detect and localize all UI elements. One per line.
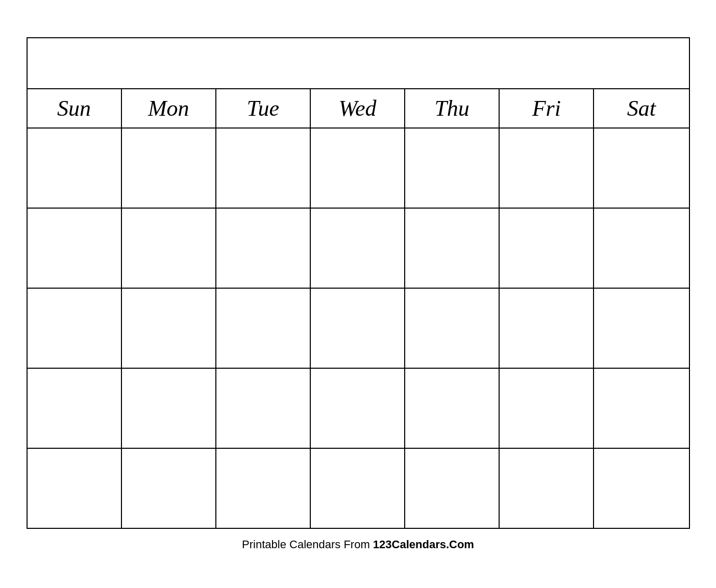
cell-r1-tue[interactable] [216,129,311,208]
cell-r2-tue[interactable] [216,209,311,288]
cell-r1-mon[interactable] [122,129,216,208]
calendar-body [28,129,689,528]
cell-r4-tue[interactable] [216,369,311,448]
header-sun: Sun [28,89,122,127]
header-fri: Fri [500,89,594,127]
cell-r5-fri[interactable] [500,449,594,528]
cell-r1-sun[interactable] [28,129,122,208]
cell-r5-thu[interactable] [405,449,500,528]
calendar-header-row: Sun Mon Tue Wed Thu Fri Sat [28,89,689,129]
cell-r2-mon[interactable] [122,209,216,288]
cell-r3-fri[interactable] [500,289,594,368]
footer-regular-text: Printable Calendars From [242,538,373,551]
cell-r3-sun[interactable] [28,289,122,368]
cell-r5-sat[interactable] [594,449,688,528]
header-thu: Thu [405,89,500,127]
cell-r1-wed[interactable] [311,129,405,208]
calendar-row-1 [28,129,689,209]
cell-r5-sun[interactable] [28,449,122,528]
header-tue: Tue [216,89,311,127]
cell-r4-mon[interactable] [122,369,216,448]
header-sat: Sat [594,89,688,127]
cell-r4-sun[interactable] [28,369,122,448]
cell-r1-fri[interactable] [500,129,594,208]
cell-r3-tue[interactable] [216,289,311,368]
cell-r2-sun[interactable] [28,209,122,288]
cell-r3-mon[interactable] [122,289,216,368]
cell-r3-sat[interactable] [594,289,688,368]
cell-r4-fri[interactable] [500,369,594,448]
calendar-row-5 [28,449,689,528]
cell-r2-fri[interactable] [500,209,594,288]
cell-r1-thu[interactable] [405,129,500,208]
calendar-container: Sun Mon Tue Wed Thu Fri Sat [27,37,690,529]
header-mon: Mon [122,89,216,127]
calendar-row-2 [28,209,689,289]
calendar-row-3 [28,289,689,369]
cell-r2-sat[interactable] [594,209,688,288]
cell-r1-sat[interactable] [594,129,688,208]
cell-r2-wed[interactable] [311,209,405,288]
calendar-title-area [28,38,689,89]
cell-r4-sat[interactable] [594,369,688,448]
cell-r5-wed[interactable] [311,449,405,528]
cell-r5-mon[interactable] [122,449,216,528]
footer-bold-text: 123Calendars.Com [373,538,474,551]
header-wed: Wed [311,89,405,127]
cell-r3-wed[interactable] [311,289,405,368]
cell-r5-tue[interactable] [216,449,311,528]
cell-r4-thu[interactable] [405,369,500,448]
cell-r2-thu[interactable] [405,209,500,288]
cell-r3-thu[interactable] [405,289,500,368]
calendar-row-4 [28,369,689,449]
footer: Printable Calendars From 123Calendars.Co… [242,538,474,551]
cell-r4-wed[interactable] [311,369,405,448]
page-wrapper: Sun Mon Tue Wed Thu Fri Sat [27,27,690,561]
